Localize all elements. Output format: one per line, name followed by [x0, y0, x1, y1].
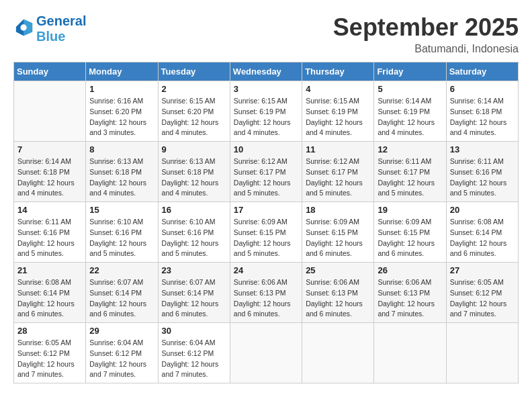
- calendar-cell: 25Sunrise: 6:06 AMSunset: 6:13 PMDayligh…: [302, 263, 374, 323]
- calendar-cell: 30Sunrise: 6:04 AMSunset: 6:12 PMDayligh…: [158, 323, 230, 383]
- day-info: Sunrise: 6:12 AMSunset: 6:17 PMDaylight:…: [234, 156, 298, 199]
- day-number: 26: [378, 265, 442, 275]
- svg-point-2: [20, 24, 26, 30]
- calendar-header-row: SundayMondayTuesdayWednesdayThursdayFrid…: [14, 62, 519, 81]
- day-info: Sunrise: 6:04 AMSunset: 6:12 PMDaylight:…: [162, 338, 226, 380]
- weekday-header-tuesday: Tuesday: [158, 62, 230, 81]
- day-info: Sunrise: 6:13 AMSunset: 6:18 PMDaylight:…: [89, 156, 154, 199]
- day-info: Sunrise: 6:15 AMSunset: 6:20 PMDaylight:…: [162, 96, 226, 138]
- day-info: Sunrise: 6:05 AMSunset: 6:12 PMDaylight:…: [450, 277, 515, 320]
- day-number: 25: [306, 265, 370, 275]
- day-info: Sunrise: 6:06 AMSunset: 6:13 PMDaylight:…: [234, 277, 298, 320]
- calendar-cell: 20Sunrise: 6:08 AMSunset: 6:14 PMDayligh…: [446, 202, 518, 263]
- logo-line1: General: [36, 13, 86, 29]
- calendar-cell: [302, 323, 374, 383]
- calendar-cell: [374, 323, 446, 383]
- calendar-week-row: 14Sunrise: 6:11 AMSunset: 6:16 PMDayligh…: [14, 202, 519, 263]
- day-info: Sunrise: 6:07 AMSunset: 6:14 PMDaylight:…: [162, 277, 226, 320]
- calendar-cell: 6Sunrise: 6:14 AMSunset: 6:18 PMDaylight…: [446, 81, 518, 142]
- day-info: Sunrise: 6:08 AMSunset: 6:14 PMDaylight:…: [450, 217, 515, 259]
- logo: General Blue: [13, 13, 86, 44]
- day-number: 4: [306, 84, 370, 94]
- day-number: 13: [450, 144, 515, 154]
- calendar-cell: 14Sunrise: 6:11 AMSunset: 6:16 PMDayligh…: [14, 202, 86, 263]
- day-number: 24: [234, 265, 298, 275]
- weekday-header-wednesday: Wednesday: [230, 62, 302, 81]
- day-info: Sunrise: 6:14 AMSunset: 6:19 PMDaylight:…: [378, 96, 442, 138]
- day-info: Sunrise: 6:06 AMSunset: 6:13 PMDaylight:…: [306, 277, 370, 320]
- calendar-cell: 28Sunrise: 6:05 AMSunset: 6:12 PMDayligh…: [14, 323, 86, 383]
- calendar-cell: 12Sunrise: 6:11 AMSunset: 6:17 PMDayligh…: [374, 142, 446, 202]
- weekday-header-friday: Friday: [374, 62, 446, 81]
- location-subtitle: Batumandi, Indonesia: [333, 43, 519, 55]
- calendar-cell: 29Sunrise: 6:04 AMSunset: 6:12 PMDayligh…: [86, 323, 158, 383]
- day-number: 17: [234, 205, 298, 215]
- calendar-cell: 2Sunrise: 6:15 AMSunset: 6:20 PMDaylight…: [158, 81, 230, 142]
- day-number: 18: [306, 205, 370, 215]
- logo-line2: Blue: [36, 29, 86, 44]
- day-number: 5: [378, 84, 442, 94]
- calendar-week-row: 7Sunrise: 6:14 AMSunset: 6:18 PMDaylight…: [14, 142, 519, 202]
- day-number: 14: [17, 205, 82, 215]
- day-info: Sunrise: 6:11 AMSunset: 6:16 PMDaylight:…: [450, 156, 515, 199]
- calendar-week-row: 21Sunrise: 6:08 AMSunset: 6:14 PMDayligh…: [14, 263, 519, 323]
- day-info: Sunrise: 6:10 AMSunset: 6:16 PMDaylight:…: [89, 217, 154, 259]
- calendar-cell: 16Sunrise: 6:10 AMSunset: 6:16 PMDayligh…: [158, 202, 230, 263]
- day-info: Sunrise: 6:13 AMSunset: 6:18 PMDaylight:…: [162, 156, 226, 199]
- calendar-week-row: 1Sunrise: 6:16 AMSunset: 6:20 PMDaylight…: [14, 81, 519, 142]
- day-info: Sunrise: 6:06 AMSunset: 6:13 PMDaylight:…: [378, 277, 442, 320]
- calendar-cell: 8Sunrise: 6:13 AMSunset: 6:18 PMDaylight…: [86, 142, 158, 202]
- calendar-cell: 27Sunrise: 6:05 AMSunset: 6:12 PMDayligh…: [446, 263, 518, 323]
- day-info: Sunrise: 6:08 AMSunset: 6:14 PMDaylight:…: [17, 277, 82, 320]
- calendar-cell: 23Sunrise: 6:07 AMSunset: 6:14 PMDayligh…: [158, 263, 230, 323]
- calendar-cell: 4Sunrise: 6:15 AMSunset: 6:19 PMDaylight…: [302, 81, 374, 142]
- calendar-cell: 10Sunrise: 6:12 AMSunset: 6:17 PMDayligh…: [230, 142, 302, 202]
- day-info: Sunrise: 6:15 AMSunset: 6:19 PMDaylight:…: [234, 96, 298, 138]
- day-number: 23: [162, 265, 226, 275]
- calendar-cell: 13Sunrise: 6:11 AMSunset: 6:16 PMDayligh…: [446, 142, 518, 202]
- weekday-header-sunday: Sunday: [14, 62, 86, 81]
- calendar-cell: 1Sunrise: 6:16 AMSunset: 6:20 PMDaylight…: [86, 81, 158, 142]
- calendar-cell: 9Sunrise: 6:13 AMSunset: 6:18 PMDaylight…: [158, 142, 230, 202]
- day-number: 16: [162, 205, 226, 215]
- day-info: Sunrise: 6:05 AMSunset: 6:12 PMDaylight:…: [17, 338, 82, 380]
- day-number: 27: [450, 265, 515, 275]
- day-number: 7: [17, 144, 82, 154]
- calendar-cell: 26Sunrise: 6:06 AMSunset: 6:13 PMDayligh…: [374, 263, 446, 323]
- day-info: Sunrise: 6:11 AMSunset: 6:17 PMDaylight:…: [378, 156, 442, 199]
- day-number: 15: [89, 205, 154, 215]
- day-number: 28: [17, 326, 82, 336]
- day-info: Sunrise: 6:10 AMSunset: 6:16 PMDaylight:…: [162, 217, 226, 259]
- day-info: Sunrise: 6:15 AMSunset: 6:19 PMDaylight:…: [306, 96, 370, 138]
- page-header: General Blue September 2025 Batumandi, I…: [13, 13, 519, 55]
- logo-icon: [15, 18, 34, 37]
- day-info: Sunrise: 6:11 AMSunset: 6:16 PMDaylight:…: [17, 217, 82, 259]
- day-number: 22: [89, 265, 154, 275]
- day-number: 9: [162, 144, 226, 154]
- day-number: 21: [17, 265, 82, 275]
- calendar-cell: 5Sunrise: 6:14 AMSunset: 6:19 PMDaylight…: [374, 81, 446, 142]
- day-number: 1: [89, 84, 154, 94]
- day-number: 19: [378, 205, 442, 215]
- calendar-cell: [14, 81, 86, 142]
- day-info: Sunrise: 6:16 AMSunset: 6:20 PMDaylight:…: [89, 96, 154, 138]
- calendar-cell: 17Sunrise: 6:09 AMSunset: 6:15 PMDayligh…: [230, 202, 302, 263]
- calendar-cell: 19Sunrise: 6:09 AMSunset: 6:15 PMDayligh…: [374, 202, 446, 263]
- day-info: Sunrise: 6:09 AMSunset: 6:15 PMDaylight:…: [378, 217, 442, 259]
- calendar-table: SundayMondayTuesdayWednesdayThursdayFrid…: [13, 62, 519, 383]
- calendar-week-row: 28Sunrise: 6:05 AMSunset: 6:12 PMDayligh…: [14, 323, 519, 383]
- day-info: Sunrise: 6:04 AMSunset: 6:12 PMDaylight:…: [89, 338, 154, 380]
- calendar-cell: 7Sunrise: 6:14 AMSunset: 6:18 PMDaylight…: [14, 142, 86, 202]
- day-number: 11: [306, 144, 370, 154]
- day-number: 8: [89, 144, 154, 154]
- calendar-cell: 15Sunrise: 6:10 AMSunset: 6:16 PMDayligh…: [86, 202, 158, 263]
- calendar-cell: 22Sunrise: 6:07 AMSunset: 6:14 PMDayligh…: [86, 263, 158, 323]
- day-number: 10: [234, 144, 298, 154]
- calendar-cell: 24Sunrise: 6:06 AMSunset: 6:13 PMDayligh…: [230, 263, 302, 323]
- day-number: 30: [162, 326, 226, 336]
- day-info: Sunrise: 6:09 AMSunset: 6:15 PMDaylight:…: [234, 217, 298, 259]
- day-info: Sunrise: 6:14 AMSunset: 6:18 PMDaylight:…: [17, 156, 82, 199]
- day-info: Sunrise: 6:09 AMSunset: 6:15 PMDaylight:…: [306, 217, 370, 259]
- day-number: 6: [450, 84, 515, 94]
- calendar-cell: 11Sunrise: 6:12 AMSunset: 6:17 PMDayligh…: [302, 142, 374, 202]
